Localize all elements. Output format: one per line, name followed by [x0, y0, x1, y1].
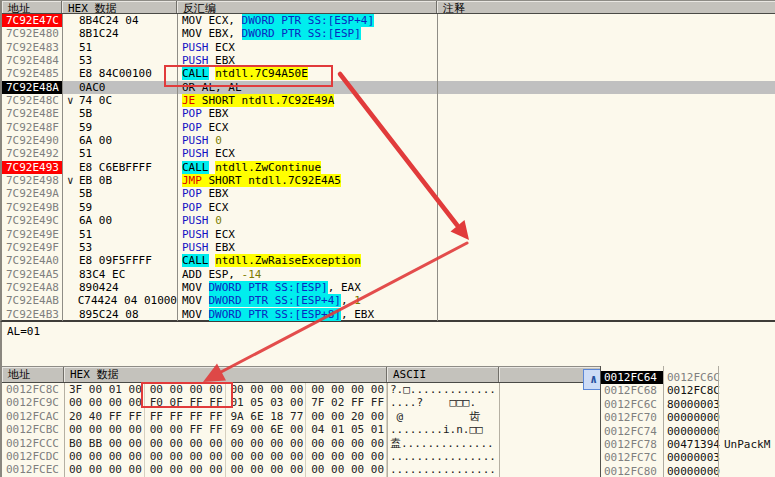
disasm-row[interactable]: 7C92E49B59POP ECX [2, 201, 775, 214]
dump-row[interactable]: 0012FC8C3F 00 01 0000 00 00 0000 00 00 0… [2, 383, 600, 396]
column-divider[interactable] [718, 366, 719, 477]
dump-hex-group: 00 00 00 00 [64, 450, 145, 463]
instruction-segment: ntdll.7C94A50E [215, 67, 308, 80]
instruction-segment: 0 [215, 214, 222, 227]
dump-row[interactable]: 0012FCBC00 00 00 0000 00 FF FF69 00 6E 0… [2, 423, 600, 436]
stack-comment-cell [718, 451, 775, 464]
stack-value-cell: 0012FC8C [663, 384, 718, 397]
jump-direction-icon: ∨ [67, 174, 79, 187]
stack-row[interactable]: 0012FC680012FC8C [601, 384, 775, 397]
disasm-row[interactable]: 7C92E47C8B4C24 04MOV ECX, DWORD PTR SS:[… [2, 14, 775, 27]
dump-header-row: 地址 HEX 数据 ASCII [2, 366, 600, 383]
disasm-row[interactable]: 7C92E4A583C4 ECADD ESP, -14 [2, 268, 775, 281]
disasm-row[interactable]: 7C92E49C6A 00PUSH 0 [2, 214, 775, 227]
comment-cell [437, 14, 775, 27]
disasm-row[interactable]: 7C92E49F53PUSH EBX [2, 241, 775, 254]
instruction-segment: PUSH [182, 147, 209, 160]
dump-address-cell: 0012FC8C [2, 383, 64, 396]
dump-hex-group: 7F 02 FF FF [306, 396, 387, 409]
dump-row[interactable]: 0012FCEC00 00 00 0000 00 00 0000 00 00 0… [2, 463, 600, 476]
dump-hex-group: 20 40 FF FF [64, 410, 145, 423]
instruction-segment: POP [182, 107, 202, 120]
stack-value-cell: 0012FC6C [663, 371, 718, 384]
disasm-row[interactable]: 7C92E48453PUSH EBX [2, 54, 775, 67]
disasm-row[interactable]: 7C92E49A5BPOP EBX [2, 187, 775, 200]
dump-hex-group: 00 00 20 00 [306, 410, 387, 423]
comment-cell [437, 147, 775, 160]
disasm-row[interactable]: 7C92E4ABC74424 04 01000MOV DWORD PTR SS:… [2, 294, 775, 307]
disasm-row[interactable]: 7C92E48351PUSH ECX [2, 41, 775, 54]
instruction-segment: ECX [209, 41, 236, 54]
stack-comment-cell [718, 411, 775, 424]
stack-row[interactable]: 0012FC7C00000003 [601, 451, 775, 464]
instruction-segment: EBX [202, 187, 229, 200]
stack-address-cell: 0012FC78 [601, 438, 663, 451]
register-info-pane: AL=01 [0, 322, 775, 366]
stack-row[interactable]: 0012FC7800471394UnPackM [601, 438, 775, 451]
address-cell: 7C92E48F [2, 121, 62, 134]
hex-bytes-cell: C74424 04 01000 [62, 294, 177, 307]
instruction-segment: DWORD PTR SS:[ESP] [242, 27, 361, 40]
hex-bytes-cell: 53 [62, 241, 177, 254]
disasm-row[interactable]: 7C92E4A0E8 09F5FFFFCALL ntdll.ZwRaiseExc… [2, 254, 775, 267]
hex-bytes-cell: E8 09F5FFFF [62, 254, 177, 267]
dump-row[interactable]: 0012FCCCB0 BB 00 0000 00 00 0000 00 00 0… [2, 437, 600, 450]
dump-row[interactable]: 0012FCDC00 00 00 0000 00 00 0000 00 00 0… [2, 450, 600, 463]
dump-hex-group: 00 00 00 00 [145, 437, 226, 450]
stack-comment-cell: UnPackM [718, 438, 775, 451]
instruction-segment: POP [182, 121, 202, 134]
disasm-row[interactable]: 7C92E48E5BPOP EBX [2, 107, 775, 120]
instruction-segment: POP [182, 187, 202, 200]
stack-row[interactable]: 0012FC8000000000 [601, 465, 775, 477]
dump-row[interactable]: 0012FC9C00 00 00 00F0 0F FF FF01 05 03 0… [2, 396, 600, 409]
dump-ascii-cell: @ 齿 [387, 410, 499, 423]
instruction-segment: PUSH [182, 54, 209, 67]
disasm-row[interactable]: 7C92E498∨EB 0BJMP SHORT ntdll.7C92E4A5 [2, 174, 775, 187]
instruction-cell: PUSH EBX [177, 54, 437, 67]
column-divider[interactable] [437, 14, 438, 321]
stack-row[interactable]: 0012FC7400000000 [601, 425, 775, 438]
disasm-row[interactable]: 7C92E4808B1C24MOV EBX, DWORD PTR SS:[ESP… [2, 27, 775, 40]
stack-address-cell: 0012FC74 [601, 425, 663, 438]
jump-direction-spacer [67, 187, 79, 200]
column-divider[interactable] [64, 383, 65, 477]
jump-direction-spacer [67, 228, 79, 241]
dump-row[interactable]: 0012FCAC20 40 FF FFFF FF FF FF9A 6E 18 7… [2, 410, 600, 423]
column-divider[interactable] [499, 383, 500, 477]
disasm-row[interactable]: 7C92E48A0AC0OR AL, AL [2, 81, 775, 94]
disasm-row[interactable]: 7C92E48F59POP ECX [2, 121, 775, 134]
jump-direction-spacer [67, 294, 78, 307]
disasm-row[interactable]: 7C92E49251PUSH ECX [2, 147, 775, 160]
disasm-row[interactable]: 7C92E4906A 00PUSH 0 [2, 134, 775, 147]
disasm-row[interactable]: 7C92E493E8 C6EBFFFFCALL ntdll.ZwContinue [2, 161, 775, 174]
stack-row[interactable]: 0012FC640012FC6C [601, 371, 775, 384]
hex-bytes-cell: E8 84C00100 [62, 67, 177, 80]
instruction-segment: MOV [182, 281, 209, 294]
disasm-row[interactable]: 7C92E4B3895C24 08MOV DWORD PTR SS:[ESP+8… [2, 308, 775, 321]
address-cell: 7C92E47C [2, 14, 62, 27]
column-divider[interactable] [663, 366, 664, 477]
jump-direction-spacer [67, 147, 79, 160]
stack-row[interactable]: 0012FC6C80000003 [601, 398, 775, 411]
address-cell: 7C92E49B [2, 201, 62, 214]
disasm-row[interactable]: 7C92E49E51PUSH ECX [2, 228, 775, 241]
dump-address-cell: 0012FCEC [2, 463, 64, 476]
disasm-row[interactable]: 7C92E4A8890424MOV DWORD PTR SS:[ESP], EA… [2, 281, 775, 294]
dump-ascii-cell: ................ [387, 450, 499, 463]
jump-direction-spacer [67, 281, 79, 294]
hex-bytes-cell: 8B1C24 [62, 27, 177, 40]
instruction-segment: SHORT ntdll.7C92E4A5 [202, 174, 341, 187]
stack-row[interactable]: 0012FC7000000000 [601, 411, 775, 424]
stack-value-cell: 00000000 [663, 411, 718, 424]
dump-hex-group: FF FF FF FF [145, 410, 226, 423]
disasm-row[interactable]: 7C92E48C∨74 0CJE SHORT ntdll.7C92E49A [2, 94, 775, 107]
instruction-segment: PUSH [182, 241, 209, 254]
instruction-segment: , [341, 294, 354, 307]
hex-bytes-cell: 59 [62, 121, 177, 134]
column-divider[interactable] [62, 14, 63, 321]
jump-direction-spacer [67, 107, 79, 120]
column-divider[interactable] [387, 383, 388, 477]
column-divider[interactable] [177, 14, 178, 321]
comment-cell [437, 268, 775, 281]
disasm-row[interactable]: 7C92E485E8 84C00100CALL ntdll.7C94A50E [2, 67, 775, 80]
